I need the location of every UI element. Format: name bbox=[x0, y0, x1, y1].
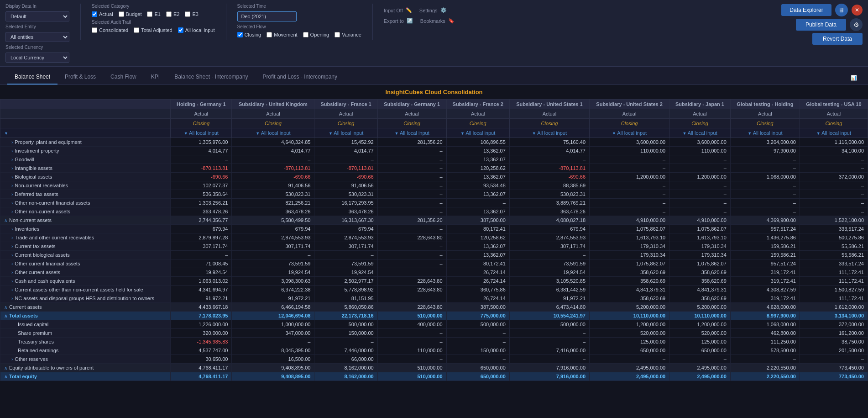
e3-checkbox[interactable] bbox=[185, 11, 190, 17]
cell-value: 5,200,000.00 bbox=[669, 303, 731, 312]
flow-closing[interactable]: Closing bbox=[237, 32, 261, 37]
expand-btn[interactable]: › bbox=[11, 148, 13, 153]
category-e1[interactable]: E1 bbox=[147, 11, 160, 17]
tab-balance-sheet-intercompany[interactable]: Balance Sheet - Intercompany bbox=[167, 70, 255, 85]
collapse-btn[interactable]: ∧ bbox=[4, 305, 7, 310]
flow-movement[interactable]: Movement bbox=[267, 32, 297, 37]
total-adjusted-checkbox[interactable] bbox=[134, 27, 139, 33]
opening-checkbox[interactable] bbox=[303, 32, 309, 37]
filter-icon-label[interactable]: ▼ bbox=[4, 131, 8, 136]
audit-consolidated[interactable]: Consolidated bbox=[92, 27, 128, 33]
time-input[interactable] bbox=[237, 11, 297, 21]
variance-checkbox[interactable] bbox=[335, 32, 340, 37]
cell-value: 6,374,222.38 bbox=[232, 286, 314, 294]
cell-value: – bbox=[377, 225, 446, 233]
movement-checkbox[interactable] bbox=[267, 32, 272, 37]
cell-value: 4,014.77 bbox=[314, 147, 377, 155]
expand-btn[interactable]: › bbox=[11, 183, 13, 188]
consolidated-checkbox[interactable] bbox=[92, 27, 97, 33]
cell-value: – bbox=[377, 199, 446, 207]
cell-value: 13,362.07 bbox=[446, 147, 509, 155]
expand-btn[interactable]: › bbox=[11, 287, 13, 292]
expand-btn[interactable]: › bbox=[11, 201, 13, 206]
expand-btn[interactable]: › bbox=[11, 235, 13, 240]
tab-profit-loss-intercompany[interactable]: Profit and Loss - Intercompany bbox=[256, 70, 345, 85]
expand-btn[interactable]: › bbox=[11, 261, 13, 266]
cell-value: 281,356.20 bbox=[377, 216, 446, 225]
bookmarks-icon[interactable]: 🔖 bbox=[448, 18, 455, 24]
e1-checkbox[interactable] bbox=[147, 11, 152, 17]
tab-profit-loss[interactable]: Profit & Loss bbox=[58, 70, 103, 85]
tab-balance-sheet[interactable]: Balance Sheet bbox=[7, 70, 58, 85]
cell-value: 5,580,499.50 bbox=[232, 216, 314, 225]
filter-icon-gu10[interactable]: ▼ bbox=[816, 131, 821, 136]
expand-btn[interactable]: › bbox=[11, 279, 13, 284]
chart-icon[interactable]: 📊 bbox=[847, 71, 861, 85]
expand-btn[interactable]: › bbox=[11, 227, 13, 232]
settings-gear-icon[interactable]: ⚙ bbox=[850, 18, 863, 31]
revert-data-button[interactable]: Revert Data bbox=[812, 33, 863, 45]
display-data-select[interactable]: Default bbox=[5, 11, 69, 21]
filter-icon-f2[interactable]: ▼ bbox=[460, 131, 465, 136]
tab-kpi[interactable]: KPI bbox=[144, 70, 167, 85]
input-off-row[interactable]: Input Off ✏️ bbox=[384, 7, 412, 13]
audit-all-local-input[interactable]: All local input bbox=[178, 27, 215, 33]
category-e3[interactable]: E3 bbox=[185, 11, 198, 17]
close-button[interactable]: ✕ bbox=[852, 5, 863, 16]
collapse-btn[interactable]: ∧ bbox=[4, 218, 7, 223]
tab-cash-flow[interactable]: Cash Flow bbox=[103, 70, 144, 85]
cell-value: 307,171.74 bbox=[314, 242, 377, 251]
category-e2[interactable]: E2 bbox=[166, 11, 179, 17]
collapse-btn[interactable]: ∧ bbox=[4, 365, 7, 370]
expand-btn[interactable]: › bbox=[11, 253, 13, 258]
category-budget[interactable]: Budget bbox=[119, 11, 142, 17]
budget-checkbox[interactable] bbox=[119, 11, 124, 17]
collapse-btn[interactable]: ∧ bbox=[4, 374, 7, 379]
flow-variance[interactable]: Variance bbox=[335, 32, 361, 37]
cell-value: 2,495,000.00 bbox=[669, 372, 731, 381]
bookmarks-row[interactable]: Bookmarks 🔖 bbox=[420, 18, 455, 24]
expand-btn[interactable]: › bbox=[11, 157, 13, 162]
total-adjusted-label: Total Adjusted bbox=[141, 27, 173, 33]
expand-btn[interactable]: › bbox=[11, 296, 13, 301]
collapse-btn[interactable]: ∧ bbox=[4, 313, 7, 318]
expand-btn[interactable]: › bbox=[11, 209, 13, 214]
settings-row[interactable]: Settings ⚙️ bbox=[419, 7, 447, 13]
export-icon[interactable]: ↗️ bbox=[407, 18, 413, 24]
filter-icon-j1[interactable]: ▼ bbox=[682, 131, 686, 136]
monitor-icon[interactable]: 🖥 bbox=[835, 4, 848, 16]
cell-value: 319,172.41 bbox=[730, 268, 800, 277]
cell-value: 120,258.62 bbox=[446, 164, 509, 173]
e2-checkbox[interactable] bbox=[166, 11, 172, 17]
expand-btn[interactable]: › bbox=[11, 270, 13, 275]
expand-btn[interactable]: › bbox=[11, 244, 13, 249]
expand-btn[interactable]: › bbox=[11, 357, 13, 362]
selected-currency-select[interactable]: Local Currency bbox=[5, 53, 69, 63]
publish-data-button[interactable]: Publish Data bbox=[796, 19, 846, 31]
filter-icon-g1[interactable]: ▼ bbox=[395, 131, 399, 136]
cell-value: 9,408,895.00 bbox=[232, 364, 314, 372]
category-actual[interactable]: Actual bbox=[92, 11, 113, 17]
filter-icon-us1[interactable]: ▼ bbox=[532, 131, 536, 136]
export-row[interactable]: Export to ↗️ bbox=[384, 18, 413, 24]
data-explorer-button[interactable]: Data Explorer bbox=[781, 4, 831, 16]
filter-icon-hg1[interactable]: ▼ bbox=[184, 131, 188, 136]
expand-btn[interactable]: › bbox=[11, 175, 13, 180]
filter-icon-us2[interactable]: ▼ bbox=[612, 131, 616, 136]
input-off-icon[interactable]: ✏️ bbox=[406, 7, 412, 13]
closing-checkbox[interactable] bbox=[237, 32, 243, 37]
audit-total-adjusted[interactable]: Total Adjusted bbox=[134, 27, 173, 33]
expand-btn[interactable]: › bbox=[11, 166, 13, 171]
actual-checkbox[interactable] bbox=[92, 11, 97, 17]
expand-btn[interactable]: › bbox=[11, 192, 13, 197]
selected-entity-select[interactable]: All entities bbox=[5, 32, 69, 42]
all-local-input-checkbox[interactable] bbox=[178, 27, 183, 33]
cell-value: 13,362.07 bbox=[446, 242, 509, 251]
filter-icon-uk[interactable]: ▼ bbox=[256, 131, 260, 136]
flow-opening[interactable]: Opening bbox=[303, 32, 329, 37]
filter-icon-gh[interactable]: ▼ bbox=[748, 131, 752, 136]
settings-icon[interactable]: ⚙️ bbox=[440, 7, 447, 13]
filter-icon-f1[interactable]: ▼ bbox=[329, 131, 333, 136]
expand-btn[interactable]: › bbox=[11, 140, 13, 145]
opening-label: Opening bbox=[310, 32, 329, 37]
